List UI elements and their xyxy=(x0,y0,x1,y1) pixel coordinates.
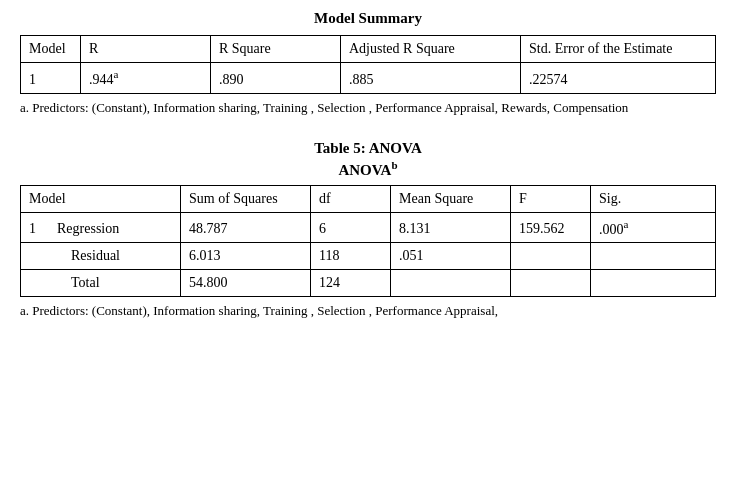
cell-std-error: .22574 xyxy=(521,63,716,94)
model-summary-title: Model Summary xyxy=(20,10,716,27)
anova-cell-ss-total: 54.800 xyxy=(181,270,311,297)
cell-r: .944a xyxy=(81,63,211,94)
anova-row-residual: Residual 6.013 118 .051 xyxy=(21,243,716,270)
anova-cell-f-regression: 159.562 xyxy=(511,212,591,243)
anova-cell-f-residual xyxy=(511,243,591,270)
cell-adj-rsquare: .885 xyxy=(341,63,521,94)
anova-col-model: Model xyxy=(21,185,181,212)
anova-cell-model-total: Total xyxy=(21,270,181,297)
anova-col-sig: Sig. xyxy=(591,185,716,212)
anova-col-sum-squares: Sum of Squares xyxy=(181,185,311,212)
anova-col-f: F xyxy=(511,185,591,212)
anova-cell-ms-regression: 8.131 xyxy=(391,212,511,243)
anova-superscript: b xyxy=(391,159,397,171)
anova-cell-df-residual: 118 xyxy=(311,243,391,270)
anova-cell-sig-residual xyxy=(591,243,716,270)
anova-cell-ss-regression: 48.787 xyxy=(181,212,311,243)
anova-cell-f-total xyxy=(511,270,591,297)
cell-model: 1 xyxy=(21,63,81,94)
anova-row-total: Total 54.800 124 xyxy=(21,270,716,297)
anova-b-title: ANOVAb xyxy=(20,159,716,179)
anova-cell-ms-total xyxy=(391,270,511,297)
col-header-model: Model xyxy=(21,36,81,63)
anova-cell-df-regression: 6 xyxy=(311,212,391,243)
anova-cell-sig-total xyxy=(591,270,716,297)
anova-table: Model Sum of Squares df Mean Square F Si… xyxy=(20,185,716,298)
anova-section: Table 5: ANOVA ANOVAb Model Sum of Squar… xyxy=(20,140,716,320)
anova-cell-ss-residual: 6.013 xyxy=(181,243,311,270)
col-header-rsquare: R Square xyxy=(211,36,341,63)
model-summary-table: Model R R Square Adjusted R Square Std. … xyxy=(20,35,716,94)
table5-title: Table 5: ANOVA xyxy=(20,140,716,157)
model-summary-section: Model Summary Model R R Square Adjusted … xyxy=(20,10,716,116)
cell-rsquare: .890 xyxy=(211,63,341,94)
anova-cell-df-total: 124 xyxy=(311,270,391,297)
anova-cell-sig-regression: .000a xyxy=(591,212,716,243)
anova-col-mean-square: Mean Square xyxy=(391,185,511,212)
anova-cell-ms-residual: .051 xyxy=(391,243,511,270)
anova-cell-model-residual: Residual xyxy=(21,243,181,270)
anova-cell-model-regression: 1 Regression xyxy=(21,212,181,243)
model-summary-footnote: a. Predictors: (Constant), Information s… xyxy=(20,100,716,116)
col-header-adj-rsquare: Adjusted R Square xyxy=(341,36,521,63)
table-row: 1 .944a .890 .885 .22574 xyxy=(21,63,716,94)
anova-row-regression: 1 Regression 48.787 6 8.131 159.562 .000… xyxy=(21,212,716,243)
col-header-r: R xyxy=(81,36,211,63)
anova-col-df: df xyxy=(311,185,391,212)
anova-footnote: a. Predictors: (Constant), Information s… xyxy=(20,303,716,319)
col-header-std-error: Std. Error of the Estimate xyxy=(521,36,716,63)
